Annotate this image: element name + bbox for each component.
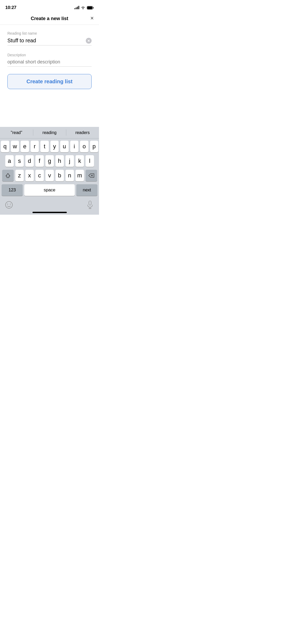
key-d[interactable]: d — [25, 155, 34, 167]
home-bar — [32, 212, 67, 213]
clear-button[interactable] — [86, 38, 92, 44]
key-w[interactable]: w — [11, 141, 19, 152]
key-y[interactable]: y — [50, 141, 59, 152]
key-f[interactable]: f — [35, 155, 44, 167]
svg-point-7 — [6, 201, 12, 208]
key-j[interactable]: j — [65, 155, 74, 167]
battery-icon — [87, 6, 94, 10]
modal-title: Create a new list — [31, 16, 68, 21]
key-row-1: q w e r t y u i o p — [1, 141, 98, 152]
description-input-wrapper — [7, 59, 92, 67]
key-q[interactable]: q — [1, 141, 9, 152]
status-icons — [74, 6, 94, 10]
key-z[interactable]: z — [15, 170, 24, 181]
create-button-label: Create reading list — [26, 79, 73, 85]
form-section: Reading list name Description — [0, 25, 99, 67]
next-key[interactable]: next — [76, 184, 97, 196]
modal-header: Create a new list × — [0, 12, 99, 25]
name-input[interactable] — [7, 38, 86, 44]
svg-rect-2 — [93, 7, 94, 8]
svg-rect-10 — [89, 201, 91, 205]
create-reading-list-button[interactable]: Create reading list — [7, 74, 92, 89]
name-field-group: Reading list name — [7, 31, 92, 45]
key-p[interactable]: p — [90, 141, 98, 152]
microphone-icon — [86, 201, 94, 209]
suggestion-read[interactable]: "read" — [0, 127, 33, 138]
backspace-icon — [88, 173, 94, 178]
close-button[interactable]: × — [90, 15, 94, 21]
status-bar: 10:27 — [0, 0, 99, 12]
space-key[interactable]: space — [24, 184, 75, 196]
key-e[interactable]: e — [21, 141, 29, 152]
wifi-icon — [81, 6, 85, 10]
home-indicator — [0, 212, 99, 215]
suggestion-reading[interactable]: reading — [33, 127, 66, 138]
shift-icon — [5, 173, 11, 178]
signal-icon — [74, 6, 79, 9]
svg-rect-3 — [87, 6, 92, 9]
key-l[interactable]: l — [86, 155, 94, 167]
microphone-button[interactable] — [85, 200, 95, 210]
key-a[interactable]: a — [5, 155, 14, 167]
description-label: Description — [7, 53, 92, 57]
name-input-wrapper — [7, 38, 92, 45]
emoji-icon — [5, 201, 13, 209]
keyboard-bottom — [0, 199, 99, 212]
name-label: Reading list name — [7, 31, 92, 35]
emoji-button[interactable] — [4, 200, 14, 210]
key-t[interactable]: t — [40, 141, 49, 152]
key-g[interactable]: g — [45, 155, 54, 167]
suggestion-readers[interactable]: readers — [66, 127, 99, 138]
svg-point-9 — [10, 204, 11, 205]
key-n[interactable]: n — [65, 170, 74, 181]
description-input[interactable] — [7, 59, 92, 65]
key-o[interactable]: o — [80, 141, 88, 152]
key-c[interactable]: c — [35, 170, 44, 181]
key-v[interactable]: v — [45, 170, 54, 181]
key-row-4: 123 space next — [1, 184, 98, 196]
key-r[interactable]: r — [31, 141, 39, 152]
keyboard-rows: q w e r t y u i o p a s d f g h j k l — [0, 139, 99, 199]
key-row-3: z x c v b n m — [1, 170, 98, 181]
key-b[interactable]: b — [55, 170, 64, 181]
key-row-2: a s d f g h j k l — [1, 155, 98, 167]
numbers-key[interactable]: 123 — [2, 184, 23, 196]
key-h[interactable]: h — [55, 155, 64, 167]
status-time: 10:27 — [5, 5, 16, 10]
shift-key[interactable] — [2, 170, 14, 181]
svg-marker-4 — [6, 173, 10, 178]
key-m[interactable]: m — [76, 170, 84, 181]
svg-point-8 — [7, 204, 8, 205]
key-s[interactable]: s — [15, 155, 24, 167]
key-x[interactable]: x — [25, 170, 34, 181]
keyboard: "read" reading readers q w e r t y u i o… — [0, 127, 99, 215]
keyboard-suggestions: "read" reading readers — [0, 127, 99, 139]
key-i[interactable]: i — [70, 141, 79, 152]
key-k[interactable]: k — [76, 155, 84, 167]
backspace-key[interactable] — [86, 170, 97, 181]
svg-point-0 — [83, 8, 83, 9]
description-field-group: Description — [7, 53, 92, 67]
key-u[interactable]: u — [60, 141, 69, 152]
